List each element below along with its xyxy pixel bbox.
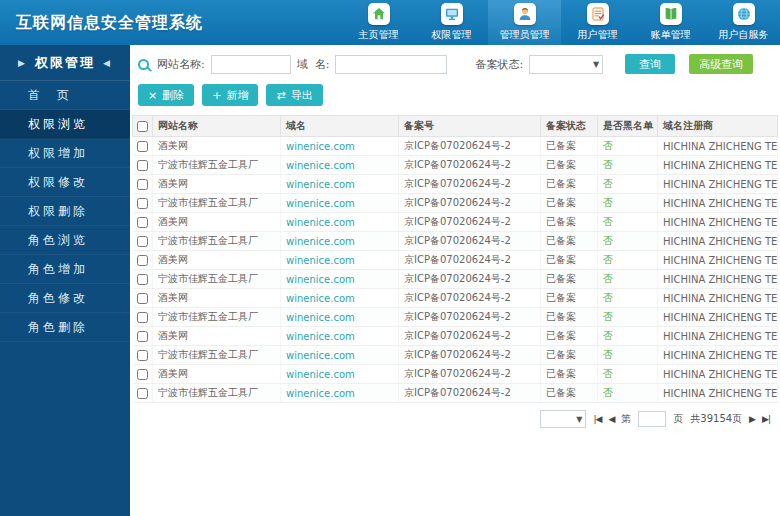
domain-link[interactable]: winenice.com bbox=[286, 179, 355, 190]
nav-item-0[interactable]: 主页管理 bbox=[342, 0, 415, 45]
col-icp-number: 备案号 bbox=[399, 116, 541, 137]
nav-item-5[interactable]: 用户自服务 bbox=[707, 0, 780, 45]
sidebar-item-5[interactable]: 角色浏览 bbox=[0, 226, 130, 255]
nav-item-1[interactable]: 权限管理 bbox=[415, 0, 488, 45]
sidebar-item-2[interactable]: 权限增加 bbox=[0, 139, 130, 168]
chevron-down-icon: ▼ bbox=[576, 415, 582, 424]
registrar-cell: HICHINA ZHICHENG TECHNOLOGY bbox=[658, 251, 778, 270]
select-all-checkbox[interactable] bbox=[137, 121, 148, 132]
record-status-cell: 已备案 bbox=[541, 308, 598, 327]
nav-item-label: 权限管理 bbox=[432, 28, 472, 42]
nav-item-2[interactable]: 管理员管理 bbox=[488, 0, 561, 45]
sidebar-item-0[interactable]: 首 页 bbox=[0, 81, 130, 110]
row-checkbox[interactable] bbox=[137, 160, 148, 171]
sidebar-item-6[interactable]: 角色增加 bbox=[0, 255, 130, 284]
row-checkbox[interactable] bbox=[137, 369, 148, 380]
admin-icon bbox=[514, 3, 536, 25]
row-checkbox[interactable] bbox=[137, 179, 148, 190]
record-status-cell: 已备案 bbox=[541, 270, 598, 289]
nav-item-3[interactable]: 用户管理 bbox=[561, 0, 634, 45]
table-row: 宁波市佳辉五金工具厂 winenice.com 京ICP备07020624号-2… bbox=[133, 346, 778, 365]
domain-link[interactable]: winenice.com bbox=[286, 198, 355, 209]
last-page-button[interactable]: ▶| bbox=[762, 414, 770, 424]
sidebar-item-4[interactable]: 权限删除 bbox=[0, 197, 130, 226]
record-status-cell: 已备案 bbox=[541, 156, 598, 175]
record-status-cell: 已备案 bbox=[541, 384, 598, 403]
page-number-input[interactable] bbox=[638, 411, 666, 427]
domain-link[interactable]: winenice.com bbox=[286, 293, 355, 304]
blacklist-cell: 否 bbox=[598, 365, 658, 384]
delete-icon: × bbox=[148, 90, 157, 101]
plus-icon: + bbox=[212, 90, 221, 101]
site-name-input[interactable] bbox=[211, 55, 291, 74]
domain-link[interactable]: winenice.com bbox=[286, 331, 355, 342]
icp-number-cell: 京ICP备07020624号-2 bbox=[399, 365, 541, 384]
row-checkbox[interactable] bbox=[137, 350, 148, 361]
prev-page-button[interactable]: ◀ bbox=[608, 414, 614, 424]
advanced-query-button[interactable]: 高级查询 bbox=[689, 54, 753, 74]
site-name-cell: 宁波市佳辉五金工具厂 bbox=[153, 346, 281, 365]
registrar-cell: HICHINA ZHICHENG TECHNOLOGY bbox=[658, 308, 778, 327]
sidebar-item-1[interactable]: 权限浏览 bbox=[0, 110, 130, 139]
domain-link[interactable]: winenice.com bbox=[286, 274, 355, 285]
domain-link[interactable]: winenice.com bbox=[286, 388, 355, 399]
blacklist-cell: 否 bbox=[598, 289, 658, 308]
delete-button[interactable]: × 删除 bbox=[138, 84, 194, 106]
table-row: 宁波市佳辉五金工具厂 winenice.com 京ICP备07020624号-2… bbox=[133, 156, 778, 175]
sidebar-item-7[interactable]: 角色修改 bbox=[0, 284, 130, 313]
site-name-cell: 宁波市佳辉五金工具厂 bbox=[153, 232, 281, 251]
add-button[interactable]: + 新增 bbox=[202, 84, 258, 106]
domain-input[interactable] bbox=[335, 55, 447, 74]
blacklist-cell: 否 bbox=[598, 308, 658, 327]
sidebar-item-label: 角色增加 bbox=[28, 262, 88, 276]
domain-link[interactable]: winenice.com bbox=[286, 369, 355, 380]
row-checkbox[interactable] bbox=[137, 141, 148, 152]
row-checkbox[interactable] bbox=[137, 255, 148, 266]
col-domain: 域名 bbox=[281, 116, 399, 137]
row-checkbox[interactable] bbox=[137, 331, 148, 342]
domain-link[interactable]: winenice.com bbox=[286, 160, 355, 171]
blacklist-cell: 否 bbox=[598, 194, 658, 213]
export-button[interactable]: ⇄ 导出 bbox=[266, 84, 322, 106]
sidebar-item-3[interactable]: 权限修改 bbox=[0, 168, 130, 197]
sidebar-item-label: 角色修改 bbox=[28, 291, 88, 305]
nav-item-4[interactable]: 账单管理 bbox=[634, 0, 707, 45]
sidebar-item-8[interactable]: 角色删除 bbox=[0, 313, 130, 342]
triangle-right-icon: ▶ bbox=[18, 58, 27, 68]
record-status-select[interactable]: ▼ bbox=[529, 55, 603, 74]
query-button[interactable]: 查询 bbox=[625, 54, 675, 74]
record-status-cell: 已备案 bbox=[541, 346, 598, 365]
row-checkbox[interactable] bbox=[137, 293, 148, 304]
row-checkbox[interactable] bbox=[137, 236, 148, 247]
domain-link[interactable]: winenice.com bbox=[286, 255, 355, 266]
blacklist-cell: 否 bbox=[598, 346, 658, 365]
row-checkbox[interactable] bbox=[137, 274, 148, 285]
page-size-select[interactable]: ▼ bbox=[540, 410, 586, 428]
icp-number-cell: 京ICP备07020624号-2 bbox=[399, 156, 541, 175]
domain-link[interactable]: winenice.com bbox=[286, 217, 355, 228]
domain-link[interactable]: winenice.com bbox=[286, 350, 355, 361]
domain-link[interactable]: winenice.com bbox=[286, 312, 355, 323]
icp-number-cell: 京ICP备07020624号-2 bbox=[399, 194, 541, 213]
sidebar-title-label: 权限管理 bbox=[35, 54, 95, 72]
row-checkbox[interactable] bbox=[137, 198, 148, 209]
row-checkbox[interactable] bbox=[137, 217, 148, 228]
sidebar-menu: 首 页 权限浏览 权限增加 权限修改 权限删除 角色浏览 角色增加 角色修改 角… bbox=[0, 81, 130, 342]
top-nav: 主页管理 权限管理 管理员管理 用户管理 账单管理 用户自服务 bbox=[342, 0, 780, 45]
col-record-status: 备案状态 bbox=[541, 116, 598, 137]
domain-link[interactable]: winenice.com bbox=[286, 141, 355, 152]
site-name-cell: 宁波市佳辉五金工具厂 bbox=[153, 308, 281, 327]
table-row: 宁波市佳辉五金工具厂 winenice.com 京ICP备07020624号-2… bbox=[133, 270, 778, 289]
table-row: 酒美网 winenice.com 京ICP备07020624号-2 已备案 否 … bbox=[133, 365, 778, 384]
first-page-button[interactable]: |◀ bbox=[593, 414, 601, 424]
main-content: 网站名称: 域 名: 备案状态: ▼ 查询 高级查询 × 删除 + 新增 ⇄ 导… bbox=[130, 45, 780, 516]
row-checkbox[interactable] bbox=[137, 312, 148, 323]
site-name-cell: 酒美网 bbox=[153, 365, 281, 384]
blacklist-cell: 否 bbox=[598, 270, 658, 289]
domain-link[interactable]: winenice.com bbox=[286, 236, 355, 247]
col-registrar: 域名注册商 bbox=[658, 116, 778, 137]
domain-label: 域 名: bbox=[297, 57, 330, 72]
row-checkbox[interactable] bbox=[137, 388, 148, 399]
sidebar: ▶ 权限管理 ◀ 首 页 权限浏览 权限增加 权限修改 权限删除 角色浏览 角色… bbox=[0, 45, 130, 516]
next-page-button[interactable]: ▶ bbox=[749, 414, 755, 424]
